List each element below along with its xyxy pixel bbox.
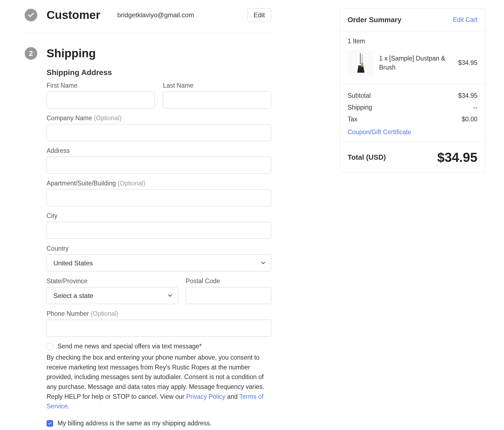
apt-label: Apartment/Suite/Building (Optional) — [47, 180, 271, 187]
privacy-policy-link[interactable]: Privacy Policy — [186, 393, 225, 400]
company-input[interactable] — [47, 124, 271, 141]
edit-customer-button[interactable]: Edit — [247, 8, 271, 22]
item-name: 1 x [Sample] Dustpan & Brush — [379, 54, 453, 71]
order-summary-title: Order Summary — [348, 16, 402, 24]
step-number-badge: 2 — [25, 47, 37, 60]
apt-input[interactable] — [47, 189, 271, 206]
last-name-label: Last Name — [163, 82, 271, 89]
total-value: $34.95 — [437, 150, 477, 165]
customer-email: bridgetklaviyo@gmail.com — [117, 11, 194, 19]
postal-label: Postal Code — [186, 277, 271, 285]
country-select[interactable]: United States — [47, 254, 271, 271]
svg-rect-2 — [362, 54, 363, 63]
news-offers-checkbox[interactable] — [47, 343, 53, 350]
product-thumbnail — [348, 50, 374, 76]
city-label: City — [47, 212, 271, 220]
divider — [25, 33, 271, 33]
svg-rect-3 — [361, 63, 363, 67]
news-offers-label: Send me news and special offers via text… — [58, 343, 202, 350]
state-label: State/Province — [47, 277, 178, 285]
postal-input[interactable] — [186, 287, 271, 304]
phone-label: Phone Number (Optional) — [47, 310, 271, 317]
country-label: Country — [47, 245, 271, 252]
billing-same-label: My billing address is the same as my shi… — [58, 420, 211, 427]
coupon-link[interactable]: Coupon/Gift Certificate — [348, 125, 411, 136]
last-name-input[interactable] — [163, 91, 271, 108]
shipping-title: Shipping — [47, 47, 96, 60]
shipping-address-heading: Shipping Address — [47, 68, 271, 77]
state-select[interactable]: Select a state — [47, 287, 178, 304]
svg-rect-0 — [360, 53, 361, 64]
customer-step-header: Customer bridgetklaviyo@gmail.com Edit — [25, 8, 271, 22]
company-label: Company Name (Optional) — [47, 114, 271, 122]
item-count: 1 Item — [348, 38, 477, 45]
consent-text: By checking the box and entering your ph… — [47, 353, 271, 411]
address-label: Address — [47, 147, 271, 154]
tax-label: Tax — [348, 116, 357, 123]
customer-title: Customer — [47, 8, 100, 22]
check-icon — [25, 9, 37, 21]
city-input[interactable] — [47, 222, 271, 239]
order-summary: Order Summary Edit Cart 1 Item — [340, 8, 485, 173]
first-name-input[interactable] — [47, 91, 155, 108]
shipping-label: Shipping — [348, 104, 372, 111]
phone-input[interactable] — [47, 320, 271, 337]
item-price: $34.95 — [458, 59, 477, 67]
tax-value: $0.00 — [462, 116, 477, 123]
subtotal-label: Subtotal — [348, 92, 371, 99]
address-input[interactable] — [47, 157, 271, 174]
shipping-step-header: 2 Shipping — [25, 47, 271, 60]
dustpan-brush-icon — [353, 52, 368, 74]
cart-item-row: 1 x [Sample] Dustpan & Brush $34.95 — [348, 50, 477, 76]
billing-same-checkbox[interactable] — [47, 420, 53, 427]
shipping-value: -- — [473, 104, 477, 111]
total-label: Total (USD) — [348, 153, 386, 162]
edit-cart-link[interactable]: Edit Cart — [453, 16, 477, 24]
first-name-label: First Name — [47, 82, 155, 89]
subtotal-value: $34.95 — [458, 92, 477, 99]
